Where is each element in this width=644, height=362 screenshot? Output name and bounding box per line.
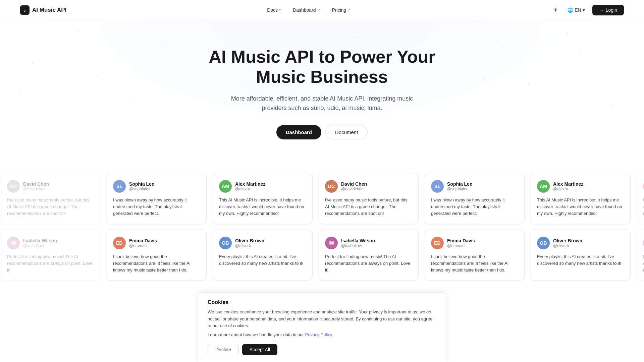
testimonial-name: Alex Martinez <box>235 181 265 187</box>
cookie-policy-text: Learn more about how we handle your data… <box>208 331 436 339</box>
testimonial-handle: @oliverb <box>553 243 582 248</box>
testimonial-header: ED Emma Davis @emmad <box>113 237 200 249</box>
hero-subtitle: More affordable, efficient, and stable A… <box>221 94 423 113</box>
testimonial-card: OB Oliver Brown @oliverb Every playlist … <box>212 230 313 281</box>
avatar: OB <box>219 237 232 249</box>
testimonial-name: Isabella Wilson <box>23 238 57 243</box>
testimonial-name: Isabella Wilson <box>341 238 375 243</box>
testimonial-handle: @oliverb <box>235 243 264 248</box>
avatar: IW <box>7 237 20 249</box>
testimonial-name: Emma Davis <box>129 238 157 243</box>
testimonial-text: I was blown away by how accurately it un… <box>431 197 518 217</box>
hero-section: AI Music API to Power Your Music Busines… <box>0 20 644 160</box>
testimonials-row-2: IW Isabella Wilson @isabellaw Perfect fo… <box>0 230 644 286</box>
navbar: ♪ AI Music API Docs ▾ Dashboard ↗ Pricin… <box>0 0 644 20</box>
testimonial-handle: @isabellaw <box>23 243 57 248</box>
testimonial-text: I can't believe how good the recommendat… <box>431 253 518 274</box>
testimonial-text: Perfect for finding new music! The AI re… <box>325 253 412 274</box>
testimonial-handle: @sophialee <box>447 187 472 191</box>
logo-icon: ♪ <box>20 5 30 15</box>
privacy-policy-link[interactable]: Privacy Policy <box>305 332 332 337</box>
avatar: SL <box>431 180 444 193</box>
testimonial-name: Oliver Brown <box>553 238 582 243</box>
testimonial-text: I've used many music tools before, but t… <box>325 197 412 217</box>
testimonial-name: Sophia Lee <box>447 181 472 187</box>
testimonial-card: SL Sophia Lee @sophialee I was blown awa… <box>424 173 525 224</box>
decline-button[interactable]: Decline <box>208 344 239 348</box>
testimonial-name: Emma Davis <box>447 238 475 243</box>
cookie-body: We use cookies to enhance your browsing … <box>208 309 436 329</box>
avatar: DC <box>325 180 338 193</box>
external-link-icon-2: ↗ <box>347 8 350 12</box>
login-button[interactable]: → Login <box>592 5 624 15</box>
avatar: IW <box>325 237 338 249</box>
testimonial-text: I was blown away by how accurately it un… <box>113 197 200 217</box>
document-button[interactable]: Document <box>325 125 368 139</box>
testimonial-handle: @alexm <box>235 187 265 191</box>
cookie-banner: Cookies We use cookies to enhance your b… <box>198 292 446 348</box>
avatar: AM <box>219 180 232 193</box>
testimonial-card: IW Isabella Wilson @isabellaw Perfect fo… <box>636 230 644 281</box>
testimonial-card: DC David Chen @davidchen I've used many … <box>0 173 101 224</box>
testimonial-header: ED Emma Davis @emmad <box>431 237 518 249</box>
testimonial-text: This AI Music API is incredible. It help… <box>537 197 624 217</box>
testimonial-text: This AI Music API is incredible. It help… <box>219 197 306 217</box>
testimonials-row-1: DC David Chen @davidchen I've used many … <box>0 173 644 229</box>
testimonial-header: DC David Chen @davidchen <box>325 180 412 193</box>
testimonial-handle: @emmad <box>129 243 157 248</box>
testimonial-card: DC David Chen @davidchen I've used many … <box>318 173 419 224</box>
hero-title: AI Music API to Power Your Music Busines… <box>205 47 439 87</box>
testimonial-header: OB Oliver Brown @oliverb <box>537 237 624 249</box>
nav-docs[interactable]: Docs ▾ <box>262 5 285 15</box>
testimonial-card: OB Oliver Brown @oliverb Every playlist … <box>530 230 631 281</box>
logo-text: AI Music API <box>32 7 66 13</box>
theme-toggle-button[interactable]: ☀ <box>551 4 560 16</box>
testimonial-header: AM Alex Martinez @alexm <box>537 180 624 193</box>
cookie-title: Cookies <box>208 299 436 305</box>
testimonial-name: Alex Martinez <box>553 181 583 187</box>
testimonial-handle: @alexm <box>553 187 583 191</box>
hero-buttons: Dashboard Document <box>7 125 637 139</box>
testimonial-handle: @davidchen <box>341 187 367 191</box>
testimonial-handle: @davidchen <box>23 187 49 191</box>
cookie-actions: Decline Accept All <box>208 344 436 348</box>
testimonial-text: Every playlist this AI creates is a hit.… <box>537 253 624 267</box>
testimonial-header: SL Sophia Lee @sophialee <box>113 180 200 193</box>
testimonial-header: AM Alex Martinez @alexm <box>219 180 306 193</box>
testimonial-text: Every playlist this AI creates is a hit.… <box>219 253 306 267</box>
testimonial-card: AM Alex Martinez @alexm This AI Music AP… <box>212 173 313 224</box>
language-selector[interactable]: 🌐 EN ▾ <box>564 5 588 15</box>
testimonial-header: IW Isabella Wilson @isabellaw <box>7 237 94 249</box>
avatar: ED <box>431 237 444 249</box>
testimonial-card: IW Isabella Wilson @isabellaw Perfect fo… <box>318 230 419 281</box>
nav-links: Docs ▾ Dashboard ↗ Pricing ↗ <box>262 5 355 15</box>
testimonial-header: IW Isabella Wilson @isabellaw <box>325 237 412 249</box>
testimonial-card: SL Sophia Lee @sophialee I was blown awa… <box>106 173 207 224</box>
testimonial-name: David Chen <box>23 181 49 187</box>
testimonial-text: I've used many music tools before, but t… <box>7 197 94 217</box>
nav-dashboard[interactable]: Dashboard ↗ <box>288 5 325 15</box>
testimonial-card: ED Emma Davis @emmad I can't believe how… <box>106 230 207 281</box>
testimonial-name: David Chen <box>341 181 367 187</box>
testimonial-card: IW Isabella Wilson @isabellaw Perfect fo… <box>0 230 101 281</box>
nav-right: ☀ 🌐 EN ▾ → Login <box>551 4 624 16</box>
avatar: DC <box>7 180 20 193</box>
testimonial-text: I can't believe how good the recommendat… <box>113 253 200 274</box>
testimonial-card: ED Emma Davis @emmad I can't believe how… <box>424 230 525 281</box>
avatar: SL <box>113 180 126 193</box>
avatar: OB <box>537 237 550 249</box>
dashboard-button[interactable]: Dashboard <box>276 125 321 139</box>
avatar: AM <box>537 180 550 193</box>
accept-all-button[interactable]: Accept All <box>242 344 277 348</box>
nav-logo[interactable]: ♪ AI Music API <box>20 5 66 15</box>
testimonial-handle: @sophialee <box>129 187 154 191</box>
lang-chevron-icon: ▾ <box>583 7 585 13</box>
avatar: ED <box>113 237 126 249</box>
chevron-down-icon: ▾ <box>279 8 281 12</box>
testimonials-section: DC David Chen @davidchen I've used many … <box>0 160 644 306</box>
nav-pricing[interactable]: Pricing ↗ <box>327 5 355 15</box>
testimonial-handle: @isabellaw <box>341 243 375 248</box>
testimonial-handle: @emmad <box>447 243 475 248</box>
testimonial-header: OB Oliver Brown @oliverb <box>219 237 306 249</box>
svg-text:♪: ♪ <box>24 8 26 13</box>
